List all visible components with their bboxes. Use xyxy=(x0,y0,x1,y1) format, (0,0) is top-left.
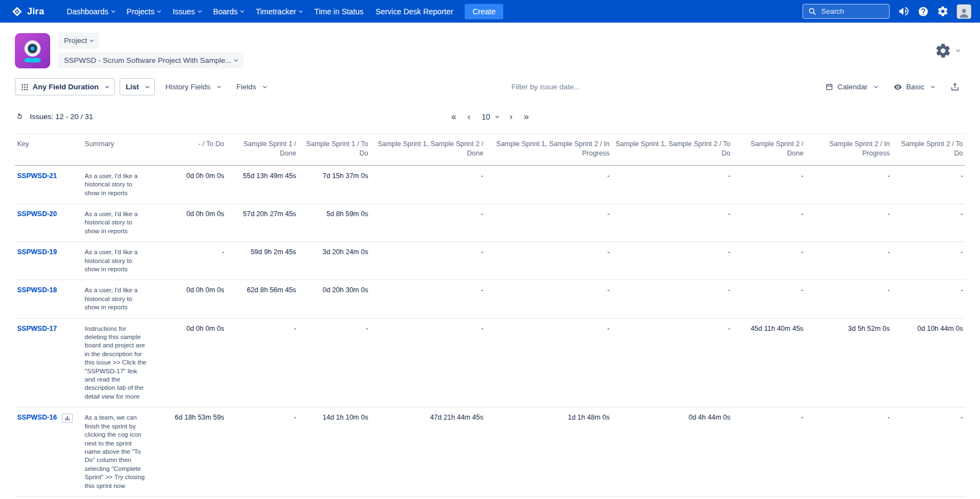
duration-cell: 1d 1h 48m 0s xyxy=(486,407,612,497)
chevron-down-icon xyxy=(931,84,935,88)
project-selectors: Project SSPWSD - Scrum Software Project … xyxy=(58,33,244,68)
field-duration-select[interactable]: Any Field Duration xyxy=(15,78,115,95)
refresh-icon[interactable] xyxy=(15,112,24,121)
prev-page-button[interactable]: ‹ xyxy=(467,112,471,121)
column-header[interactable]: Sample Sprint 1, Sample Sprint 2 / In Pr… xyxy=(486,134,612,165)
chevron-down-icon xyxy=(234,57,238,61)
column-header[interactable]: Key xyxy=(15,134,83,165)
calendar-label: Calendar xyxy=(837,83,868,91)
issue-key-link[interactable]: SSPWSD-16 xyxy=(17,414,57,421)
page-settings-gear-icon xyxy=(935,42,951,59)
view-select[interactable]: List xyxy=(120,78,155,95)
duration-cell: - xyxy=(733,165,806,204)
column-header[interactable]: Sample Sprint 1 / To Do xyxy=(298,134,370,165)
announcement-icon[interactable] xyxy=(898,6,909,17)
global-search[interactable] xyxy=(803,4,890,19)
first-page-button[interactable]: « xyxy=(451,112,456,121)
nav-item-label: Service Desk Reporter xyxy=(375,7,453,16)
duration-cell: 59d 9h 2m 45s xyxy=(227,242,299,280)
duration-cell: - xyxy=(892,407,965,497)
table-header-row: KeySummary- / To DoSample Sprint 1 / Don… xyxy=(15,134,965,165)
filter-by-date-input[interactable] xyxy=(277,82,815,92)
export-button[interactable] xyxy=(945,78,965,95)
issue-key-link[interactable]: SSPWSD-18 xyxy=(17,286,57,294)
nav-item-label: Dashboards xyxy=(67,7,109,16)
duration-cell: - xyxy=(612,318,733,407)
chevron-down-icon xyxy=(146,84,149,88)
nav-item-label: Issues xyxy=(173,7,195,16)
duration-cell: - xyxy=(370,165,486,204)
view-mode-select[interactable]: Basic xyxy=(888,79,940,95)
search-icon xyxy=(808,7,816,15)
duration-cell: 14d 1h 10m 0s xyxy=(298,407,370,497)
issue-key-link[interactable]: SSPWSD-17 xyxy=(17,325,57,332)
issue-key-link[interactable]: SSPWSD-21 xyxy=(17,172,57,180)
duration-cell: 0d 0h 0m 0s xyxy=(158,165,227,204)
chart-icon[interactable] xyxy=(62,414,73,423)
chevron-down-icon xyxy=(198,8,202,12)
duration-cell: 62d 8h 56m 45s xyxy=(227,280,299,318)
calendar-select[interactable]: Calendar xyxy=(820,79,883,95)
nav-item-timetracker[interactable]: Timetracker xyxy=(250,0,308,23)
settings-gear-icon[interactable] xyxy=(937,6,949,17)
eye-icon xyxy=(893,83,902,92)
issue-key-link[interactable]: SSPWSD-19 xyxy=(17,248,57,256)
duration-cell: 5d 8h 59m 0s xyxy=(298,203,370,242)
nav-item-service-desk-reporter[interactable]: Service Desk Reporter xyxy=(369,0,459,23)
page-settings-button[interactable] xyxy=(935,42,965,59)
history-fields-select[interactable]: History Fields xyxy=(160,79,226,95)
issue-summary: As a user, I'd like a historical story t… xyxy=(83,242,158,280)
duration-cell: 0d 10h 44m 0s xyxy=(892,318,965,407)
duration-cell: - xyxy=(806,203,892,242)
issue-key-link[interactable]: SSPWSD-20 xyxy=(17,210,57,218)
nav-item-label: Projects xyxy=(127,7,155,16)
column-header[interactable]: Sample Sprint 2 / To Do xyxy=(892,134,965,165)
nav-item-boards[interactable]: Boards xyxy=(207,0,250,23)
duration-cell: - xyxy=(298,318,370,407)
help-icon[interactable] xyxy=(918,6,929,17)
duration-cell: - xyxy=(486,165,612,204)
user-avatar[interactable] xyxy=(957,4,971,19)
grid-icon xyxy=(21,83,29,91)
page-size-select[interactable]: 10 xyxy=(482,113,499,121)
duration-cell: - xyxy=(612,203,733,242)
nav-item-time-in-status[interactable]: Time in Status xyxy=(308,0,369,23)
column-header[interactable]: Sample Sprint 1, Sample Sprint 2 / To Do xyxy=(612,134,733,165)
last-page-button[interactable]: » xyxy=(524,112,529,121)
chevron-down-icon xyxy=(105,84,109,88)
nav-item-projects[interactable]: Projects xyxy=(121,0,167,23)
duration-cell: 3d 20h 24m 0s xyxy=(298,242,370,280)
column-header[interactable]: Sample Sprint 2 / In Progress xyxy=(806,134,892,165)
column-header[interactable]: Sample Sprint 2 / Done xyxy=(733,134,806,165)
duration-cell: - xyxy=(806,280,892,318)
scope-select[interactable]: Project xyxy=(58,33,99,49)
column-header[interactable]: Summary xyxy=(83,134,158,165)
duration-cell: - xyxy=(486,203,612,242)
issues-count: Issues: 12 - 20 / 31 xyxy=(30,112,93,121)
column-header[interactable]: Sample Sprint 1 / Done xyxy=(227,134,299,165)
duration-cell: - xyxy=(892,242,965,280)
chevron-down-icon xyxy=(956,47,960,51)
duration-cell: - xyxy=(370,203,486,242)
calendar-icon xyxy=(825,83,833,91)
next-page-button[interactable]: › xyxy=(509,112,513,121)
view-select-label: List xyxy=(126,83,139,91)
table-row: SSPWSD-18As a user, I'd like a historica… xyxy=(15,280,965,318)
fields-select[interactable]: Fields xyxy=(231,79,272,95)
navbar-right xyxy=(803,4,971,19)
issues-table: KeySummary- / To DoSample Sprint 1 / Don… xyxy=(15,133,965,497)
nav-item-dashboards[interactable]: Dashboards xyxy=(61,0,121,23)
search-input[interactable] xyxy=(820,7,881,16)
column-header[interactable]: - / To Do xyxy=(158,134,227,165)
jira-logo[interactable]: Jira xyxy=(9,6,46,18)
create-button[interactable]: Create xyxy=(465,4,503,19)
issue-summary: Instructions for deleting this sample bo… xyxy=(83,318,158,407)
project-avatar xyxy=(15,33,50,68)
nav-item-issues[interactable]: Issues xyxy=(166,0,207,23)
duration-cell: 0d 0h 0m 0s xyxy=(158,280,227,318)
column-header[interactable]: Sample Sprint 1, Sample Sprint 2 / Done xyxy=(370,134,486,165)
project-select[interactable]: SSPWSD - Scrum Software Project With Sam… xyxy=(58,52,244,68)
duration-cell: - xyxy=(733,407,806,497)
fields-label: Fields xyxy=(236,83,256,91)
jira-logo-icon xyxy=(11,6,23,18)
